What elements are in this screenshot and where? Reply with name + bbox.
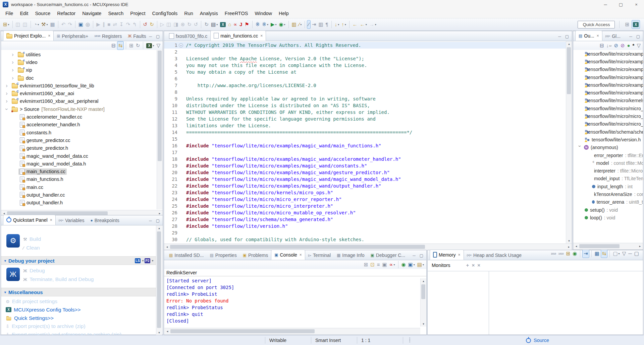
maximize-icon[interactable]: ▢ (420, 253, 423, 258)
tab-gl[interactable]: (x)=Gl... (602, 31, 624, 41)
menu-item-refactor[interactable]: Refactor (54, 9, 79, 17)
tab-heap-and-stack-usage[interactable]: (x)=Heap and Stack Usage (464, 250, 525, 260)
scroll-down-icon[interactable]: ▾ (421, 321, 426, 327)
outline-tree[interactable]: tensorflow/lite/micro/examples/magic_wan… (573, 50, 643, 243)
scrollbar-thumb[interactable] (158, 51, 162, 161)
resume-icon[interactable]: ▶ (95, 20, 101, 28)
outline-item-interpreter[interactable]: interpreter : tflite::MicroInterpreter* (573, 167, 643, 175)
show-on-stdout-icon[interactable]: ▣ (381, 261, 388, 269)
redlink-link-icon[interactable]: ∝▾ (388, 261, 396, 269)
step-filters-icon[interactable]: ⇌ (112, 20, 118, 28)
tab-memory[interactable]: Memory× (430, 250, 464, 260)
quickstart-link[interactable]: MCUXpresso Config Tools>> (14, 307, 81, 313)
collapse-all-icon[interactable]: ⊟ (110, 42, 117, 50)
scrollbar-thumb[interactable] (567, 47, 571, 94)
close-button[interactable]: × (629, 0, 644, 9)
dropdown-arrow-icon[interactable]: ▾ (8, 23, 9, 26)
miscellaneous-header[interactable]: ▾ Miscellaneous (1, 288, 156, 296)
scrollbar-thumb[interactable] (579, 244, 620, 248)
vertical-scrollbar[interactable]: ▴ ▾ (566, 41, 572, 244)
tab-ou[interactable]: ▤Ou...× (575, 30, 602, 41)
dropdown-arrow-icon[interactable]: ▾ (284, 23, 285, 26)
open-perspective-icon[interactable]: ⊞ (624, 20, 630, 28)
expander-icon[interactable]: › (577, 145, 583, 149)
tree-item-evkmimxrt1060-xbar-aoi[interactable]: ›Cevkmimxrt1060_xbar_aoi (1, 89, 163, 97)
expander-icon[interactable]: › (10, 60, 15, 65)
tree-item-utilities[interactable]: ›cutilities (1, 51, 163, 58)
tree-item-accelerometer-handler-cc[interactable]: accelerometer_handler.cc (1, 113, 163, 121)
outline-item-model-input[interactable]: model_input : TfLiteTensor* (573, 175, 643, 183)
dropdown-arrow-icon[interactable]: ▾ (38, 23, 39, 26)
quickstart-link[interactable]: Quick Settings>> (14, 315, 54, 321)
prev-annotation-icon[interactable]: ↑▾ (340, 20, 347, 28)
tree-item-main-functions-cc[interactable]: main_functions.cc (1, 167, 163, 175)
maximize-icon[interactable]: ▢ (156, 34, 160, 39)
mcux-config-icon[interactable]: X (219, 20, 227, 28)
outline-item-tensorflow-lite-micro-examples-magic-wand-gesture-predictor-h[interactable]: tensorflow/lite/micro/examples/magic_wan… (573, 73, 643, 81)
close-icon[interactable]: × (260, 33, 263, 38)
outline-item-error-reporter[interactable]: error_reporter : tflite::ErrorReporter* (573, 151, 643, 159)
back-icon[interactable]: ←▾ (359, 20, 368, 28)
dropdown-arrow-icon[interactable]: ▾ (375, 23, 376, 26)
pin-console-icon[interactable]: ◉ (400, 261, 407, 269)
tab-problems[interactable]: ▣Problems (240, 250, 271, 260)
scroll-left-icon[interactable]: ◂ (164, 328, 170, 334)
tree-item-output-handler-cc[interactable]: output_handler.cc (1, 191, 163, 199)
tree-item-magic-wand-model-data-h[interactable]: magic_wand_model_data.h (1, 160, 163, 167)
close-icon[interactable]: × (458, 253, 461, 257)
remove-monitor-icon[interactable]: × (471, 261, 476, 269)
outline-item-tensorflow-lite-version-h[interactable]: tensorflow/lite/version.h (573, 136, 643, 143)
resume-all-icon[interactable]: ▷ (159, 20, 165, 28)
menu-item-run[interactable]: Run (181, 9, 197, 17)
probe-ls-button[interactable]: LS (135, 258, 141, 263)
toggle-rendering-icon[interactable]: ▢▾ (612, 250, 621, 258)
tab-peripherals[interactable]: ⊞Peripherals+ (54, 31, 91, 41)
dropdown-arrow-icon[interactable]: ▾ (414, 263, 415, 266)
show-annotations-icon[interactable]: ▥ (317, 20, 324, 28)
minimize-icon[interactable]: ─ (629, 34, 632, 39)
tab-variables[interactable]: (x)=Variables (56, 215, 88, 225)
relaunch-icon[interactable]: ↻ (186, 20, 193, 28)
dropdown-arrow-icon[interactable]: ▾ (338, 23, 339, 26)
ide-home-icon[interactable]: ⌂ (227, 20, 232, 28)
statusbar-source-link[interactable]: Source (534, 338, 549, 343)
tab-terminal[interactable]: ▻Terminal (305, 250, 334, 260)
code-editor[interactable]: 1−/* Copyright 2019 The TensorFlow Autho… (164, 41, 572, 244)
scroll-left-icon[interactable]: ◂ (164, 244, 170, 250)
expander-icon[interactable]: › (10, 68, 15, 72)
probe-p2-button[interactable]: P2 (145, 258, 150, 263)
step-over-icon[interactable]: ↷ (125, 20, 131, 28)
collapse-triangle-icon[interactable]: ▾ (4, 259, 6, 263)
expander-icon[interactable]: › (10, 52, 15, 57)
horizontal-scrollbar[interactable]: ◂ (164, 328, 420, 334)
outline-item-setup[interactable]: setup() : void (573, 206, 643, 214)
link-memory-icon[interactable]: ⇆ (601, 249, 608, 258)
peripherals-icon[interactable]: ▤▾ (210, 20, 219, 28)
tree-item-evkmimxrt1060-tensorflow-lite-lib[interactable]: ›Cevkmimxrt1060_tensorflow_lite_lib (1, 82, 163, 89)
run-icon[interactable]: ▶▾ (270, 20, 278, 28)
linkserver-icon[interactable]: ∝ (232, 20, 238, 28)
outline-item-tensorflow-lite-micro-examples-magic-wand-output-handler-h[interactable]: tensorflow/lite/micro/examples/magic_wan… (573, 89, 643, 96)
vertical-scrollbar[interactable]: ▴ ▾ (420, 278, 426, 327)
tree-item-doc[interactable]: ›doc (1, 74, 163, 82)
tree-item-magic-wand-model-data-cc[interactable]: magic_wand_model_data.cc (1, 152, 163, 160)
outline-item-tensorflow-lite-schema-schema-generated-h[interactable]: tensorflow/lite/schema/schema_generated.… (573, 128, 643, 136)
close-icon[interactable]: × (50, 218, 52, 222)
view-menu-icon[interactable]: ▽ (155, 42, 161, 50)
maximize-icon[interactable]: ▢ (156, 218, 160, 223)
horizontal-scrollbar[interactable]: ◂ ▸ (573, 243, 643, 249)
redo-icon[interactable]: ↷ (67, 20, 73, 28)
close-icon[interactable]: × (597, 33, 599, 38)
close-icon[interactable]: × (300, 253, 302, 257)
hide-inactive-icon[interactable]: * (632, 42, 636, 50)
scrollbar-thumb[interactable] (421, 284, 425, 299)
minimize-icon[interactable]: ─ (413, 253, 416, 258)
tree-item-gesture-predictor-cc[interactable]: gesture_predictor.cc (1, 136, 163, 144)
outline-item-model[interactable]: cmodel : const tflite::Model* (573, 159, 643, 167)
dropdown-arrow-icon[interactable]: ▾ (142, 259, 144, 262)
scroll-down-icon[interactable]: ▾ (566, 238, 572, 244)
scroll-right-icon[interactable]: ▸ (637, 243, 643, 249)
tab-console[interactable]: ▣Console× (271, 250, 305, 260)
tab-registers[interactable]: 1010Registers (91, 31, 125, 41)
tree-item-video[interactable]: ›cvideo (1, 58, 163, 66)
